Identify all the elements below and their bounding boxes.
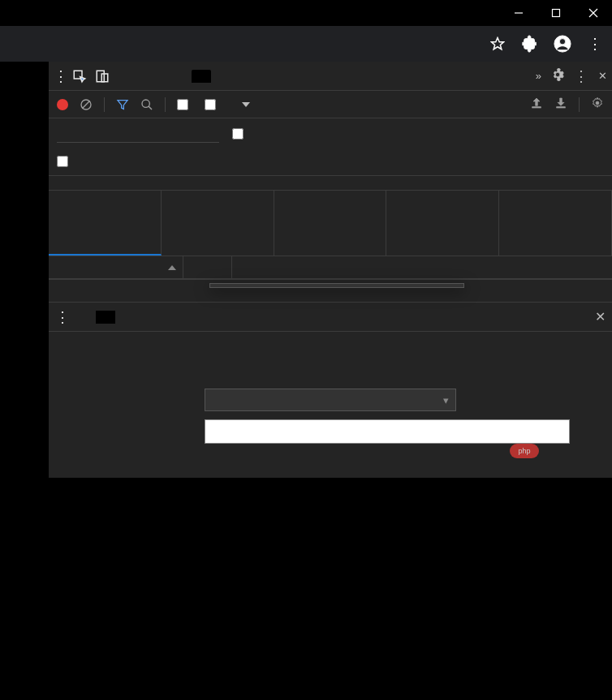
devtools-close-icon[interactable]: ✕ (598, 70, 607, 82)
devtools-more-icon[interactable]: ⋮ (574, 67, 588, 85)
device-toggle-icon[interactable] (94, 68, 110, 84)
sort-ascending-icon (168, 265, 176, 270)
profile-avatar-icon[interactable] (554, 35, 571, 53)
devtools-drawer: ⋮ ✕ ▾ php (49, 302, 612, 478)
svg-rect-15 (557, 107, 566, 108)
extensions-icon[interactable] (521, 35, 539, 53)
bookmark-star-icon[interactable] (489, 35, 506, 53)
drawer-tab-network-conditions[interactable] (96, 311, 115, 324)
svg-rect-14 (532, 107, 541, 108)
devtools-tabbar: ⋮ » ⋮ ✕ (49, 62, 612, 91)
user-agent-string-input[interactable] (205, 419, 570, 444)
filter-funnel-icon[interactable] (116, 98, 129, 111)
browser-menu-icon[interactable]: ⋮ (586, 35, 604, 53)
network-timeline[interactable] (49, 175, 612, 256)
user-agent-dropdown[interactable] (209, 283, 464, 288)
column-header-status[interactable] (183, 256, 232, 278)
tab-sources[interactable] (169, 70, 188, 83)
tab-elements[interactable] (123, 70, 143, 83)
drawer-menu-icon[interactable]: ⋮ (55, 308, 70, 326)
svg-point-6 (559, 39, 565, 45)
browser-toolbar: ⋮ (0, 26, 612, 62)
network-request-table (49, 256, 612, 302)
preserve-log-checkbox[interactable] (177, 99, 193, 110)
filter-input[interactable] (57, 125, 219, 143)
inspect-element-icon[interactable] (71, 68, 88, 84)
column-header-name[interactable] (49, 256, 183, 278)
upload-har-icon[interactable] (530, 97, 543, 112)
clear-icon[interactable] (80, 98, 93, 111)
network-settings-gear-icon[interactable] (591, 97, 604, 112)
tab-console[interactable] (146, 70, 166, 83)
search-icon[interactable] (140, 98, 153, 111)
tab-performance[interactable] (214, 70, 234, 83)
hide-data-urls-checkbox[interactable] (232, 128, 248, 140)
close-button[interactable] (575, 0, 612, 26)
drawer-close-icon[interactable]: ✕ (595, 309, 606, 324)
devtools-panel: ⋮ » ⋮ ✕ (49, 62, 612, 478)
download-har-icon[interactable] (554, 97, 567, 112)
record-button[interactable] (57, 99, 68, 110)
network-toolbar (49, 91, 612, 118)
throttling-select[interactable] (232, 102, 250, 107)
tab-network[interactable] (192, 70, 211, 83)
devtools-dock-menu-icon[interactable]: ⋮ (54, 67, 68, 85)
svg-point-16 (596, 101, 599, 105)
network-filter-bar (49, 118, 612, 175)
disable-cache-checkbox[interactable] (205, 99, 221, 110)
svg-marker-4 (492, 38, 504, 49)
svg-rect-1 (553, 10, 560, 17)
svg-line-11 (82, 101, 89, 108)
svg-line-13 (149, 106, 152, 110)
watermark-badge: php (510, 444, 539, 458)
more-tabs-icon[interactable]: » (536, 70, 541, 82)
minimize-button[interactable] (500, 0, 537, 26)
user-agent-preset-select[interactable]: ▾ (205, 389, 456, 411)
drawer-tab-console[interactable] (73, 311, 93, 324)
window-titlebar (0, 0, 612, 26)
blocked-requests-checkbox[interactable] (57, 156, 73, 167)
settings-gear-icon[interactable] (551, 68, 564, 84)
svg-rect-8 (97, 71, 104, 82)
maximize-button[interactable] (537, 0, 575, 26)
svg-point-12 (142, 100, 149, 107)
inspect-toggle-group (71, 68, 110, 84)
